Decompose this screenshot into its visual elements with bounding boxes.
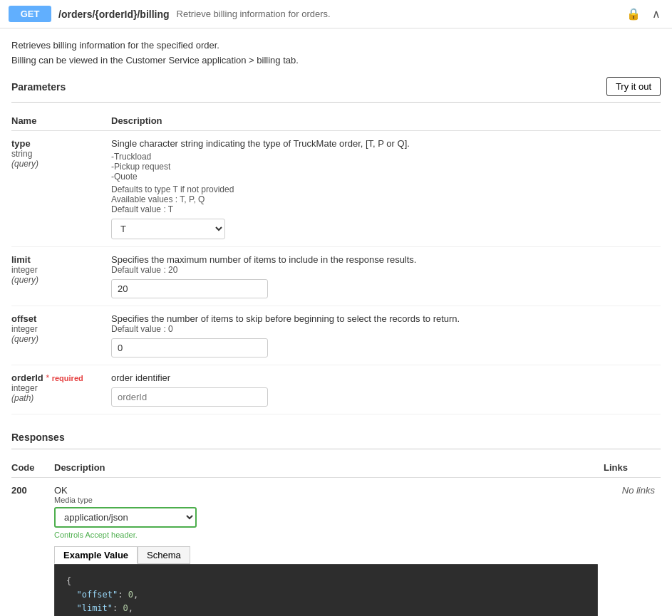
param-name: type (11, 138, 31, 149)
table-row: orderId * requiredinteger(path)order ide… (11, 365, 661, 414)
parameters-title: Parameters (11, 81, 66, 93)
col-code: Code (11, 458, 54, 478)
example-schema-tabs: Example ValueSchema (54, 546, 598, 564)
response-desc-text: OK (54, 485, 598, 496)
tab-schema[interactable]: Schema (138, 546, 190, 564)
param-default-val: Default value : T (111, 204, 655, 214)
response-links-cell: No links (604, 478, 661, 617)
param-type: integer (11, 265, 105, 275)
media-type-select[interactable]: application/json (54, 507, 197, 528)
param-name: orderId (11, 372, 43, 383)
param-name: limit (11, 254, 31, 265)
param-available-vals: Available values : T, P, Q (111, 194, 655, 204)
tab-example-value[interactable]: Example Value (54, 546, 138, 564)
parameters-section: Parameters Try it out Name Description t… (11, 77, 661, 414)
param-desc: Specifies the number of items to skip be… (111, 313, 655, 324)
param-type: integer (11, 383, 105, 393)
param-desc: order identifier (111, 372, 655, 383)
lock-icon[interactable]: 🔒 (624, 6, 643, 22)
desc-line1: Retrieves billing information for the sp… (11, 40, 661, 51)
col-links: Links (604, 458, 661, 478)
param-location: (query) (11, 334, 105, 344)
desc-line2: Billing can be viewed in the Customer Se… (11, 55, 661, 66)
responses-section: Responses Code Description Links 200OKMe… (11, 432, 661, 616)
endpoint-path: /orders/{orderId}/billing (58, 9, 170, 20)
param-location: (query) (11, 275, 105, 285)
col-desc: Description (54, 458, 604, 478)
param-type: integer (11, 324, 105, 334)
method-badge: GET (9, 6, 51, 22)
table-row: typestring(query)Single character string… (11, 131, 661, 247)
media-type-label: Media type (54, 496, 598, 504)
param-input-orderId[interactable] (111, 387, 268, 407)
main-content: Retrieves billing information for the sp… (0, 28, 672, 616)
param-type: string (11, 149, 105, 159)
responses-title: Responses (11, 432, 65, 443)
col-desc: Description (111, 111, 661, 131)
col-name: Name (11, 111, 111, 131)
table-row: offsetinteger(query)Specifies the number… (11, 306, 661, 365)
param-desc: Single character string indicating the t… (111, 138, 655, 149)
response-desc-cell: OKMedia typeapplication/jsonControls Acc… (54, 478, 604, 617)
description-section: Retrieves billing information for the sp… (11, 40, 661, 66)
param-default-note: Defaults to type T if not provided (111, 184, 655, 194)
table-row: 200OKMedia typeapplication/jsonControls … (11, 478, 661, 617)
param-default-val: Default value : 0 (111, 324, 655, 334)
parameters-table: Name Description typestring(query)Single… (11, 111, 661, 414)
param-default-val: Default value : 20 (111, 265, 655, 275)
top-bar: GET /orders/{orderId}/billing Retrieve b… (0, 0, 672, 28)
responses-table: Code Description Links 200OKMedia typeap… (11, 458, 661, 616)
param-desc: Specifies the maximum number of items to… (111, 254, 655, 265)
table-row: limitinteger(query)Specifies the maximum… (11, 247, 661, 306)
no-links-label: No links (622, 485, 655, 496)
param-location: (query) (11, 159, 105, 169)
endpoint-description: Retrieve billing information for orders. (177, 9, 331, 19)
collapse-icon[interactable]: ∧ (649, 6, 663, 22)
parameters-header: Parameters Try it out (11, 77, 661, 103)
param-sub-items: -Truckload-Pickup request-Quote (111, 152, 655, 182)
required-indicator: * required (43, 372, 83, 383)
responses-header: Responses (11, 432, 661, 449)
param-input-offset[interactable] (111, 338, 268, 357)
param-name: offset (11, 313, 36, 324)
param-select-type[interactable]: TPQ (111, 219, 225, 239)
top-bar-icons: 🔒 ∧ (624, 6, 663, 22)
param-input-limit[interactable] (111, 279, 268, 298)
param-location: (path) (11, 393, 105, 403)
json-example-block: { "offset": 0, "limit": 0, "count": 0, "… (54, 564, 598, 616)
response-code: 200 (11, 478, 54, 617)
try-it-out-button[interactable]: Try it out (606, 77, 661, 96)
controls-accept-label: Controls Accept header. (54, 531, 598, 539)
